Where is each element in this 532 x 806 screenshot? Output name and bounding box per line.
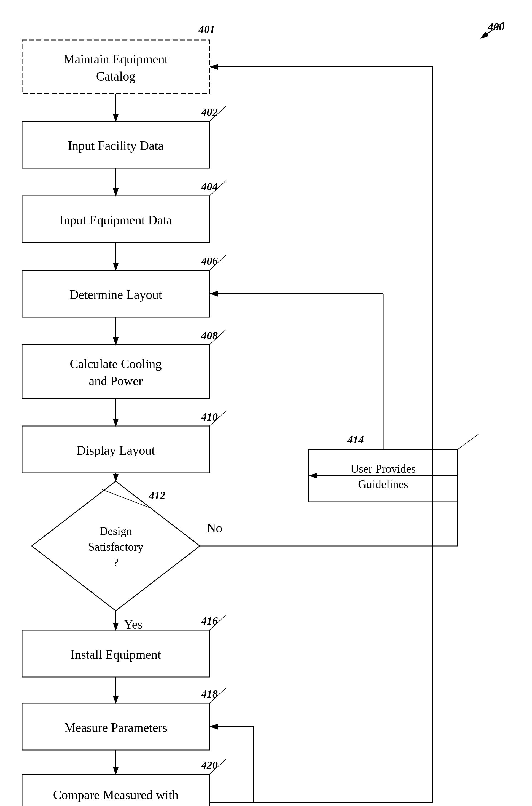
svg-text:414: 414 [347,433,364,446]
svg-text:400: 400 [488,20,505,33]
svg-text:Guidelines: Guidelines [358,478,408,490]
svg-text:Determine Layout: Determine Layout [70,287,162,302]
svg-text:420: 420 [201,759,218,771]
svg-text:Satisfactory: Satisfactory [88,541,144,553]
svg-text:412: 412 [149,489,165,502]
svg-text:Maintain Equipment: Maintain Equipment [63,52,168,66]
svg-text:Calculate Cooling: Calculate Cooling [70,357,162,371]
svg-text:Measure Parameters: Measure Parameters [64,720,167,735]
svg-text:401: 401 [198,23,215,36]
svg-text:Yes: Yes [124,617,142,632]
svg-text:Input Facility Data: Input Facility Data [68,139,164,153]
svg-text:Design: Design [99,525,132,538]
svg-text:402: 402 [201,106,218,118]
svg-text:Display Layout: Display Layout [77,444,155,457]
svg-text:Install Equipment: Install Equipment [71,648,161,661]
svg-text:416: 416 [201,615,218,627]
svg-rect-10 [22,345,209,398]
svg-text:Compare Measured with: Compare Measured with [53,788,178,802]
svg-text:418: 418 [201,688,218,700]
svg-text:?: ? [113,556,118,569]
svg-text:Calculated and Upload: Calculated and Upload [58,805,174,806]
svg-text:Input Equipment Data: Input Equipment Data [59,213,172,227]
svg-line-48 [458,434,478,449]
svg-text:Catalog: Catalog [96,69,135,83]
svg-text:410: 410 [201,411,218,423]
svg-text:408: 408 [201,329,218,342]
svg-text:and Power: and Power [89,374,142,388]
svg-text:404: 404 [201,180,218,193]
svg-text:No: No [207,521,222,535]
svg-text:406: 406 [201,255,218,267]
svg-text:User Provides: User Provides [350,463,416,475]
svg-rect-1 [22,40,209,94]
